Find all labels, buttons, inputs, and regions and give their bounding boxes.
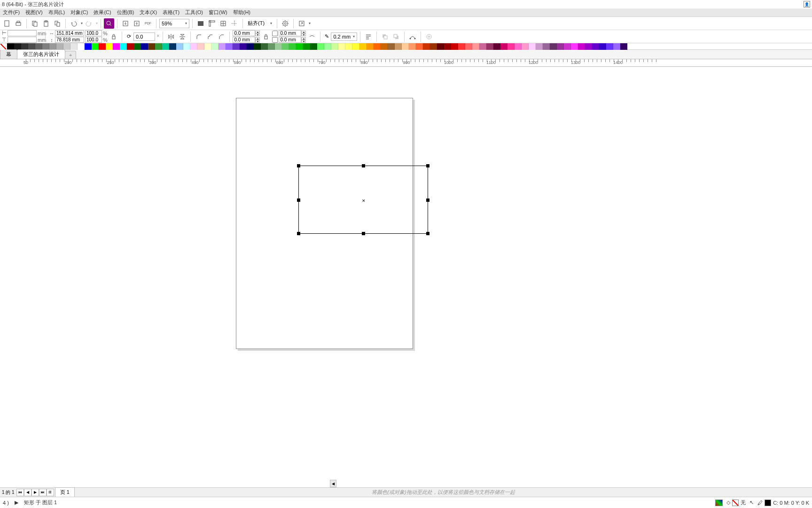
color-swatch[interactable] — [261, 43, 268, 50]
color-swatch[interactable] — [56, 43, 63, 50]
zoom-select[interactable]: 59%▾ — [159, 19, 189, 28]
search-button[interactable] — [104, 18, 114, 29]
corner-tl-input[interactable]: 0.0 mm — [233, 30, 255, 36]
color-swatch[interactable] — [388, 43, 395, 50]
page-last[interactable]: ⏭ — [39, 489, 47, 496]
undo-button[interactable] — [69, 18, 79, 29]
color-swatch[interactable] — [28, 43, 35, 50]
color-swatch[interactable] — [78, 43, 85, 50]
scale-x-input[interactable]: 100.0 — [85, 30, 102, 36]
color-swatch[interactable] — [49, 43, 56, 50]
menu-tool[interactable]: 工具(O) — [182, 9, 206, 16]
color-swatch[interactable] — [197, 43, 204, 50]
color-swatch[interactable] — [226, 43, 233, 50]
handle-e[interactable] — [426, 198, 429, 202]
selected-rectangle[interactable]: ✕ — [298, 166, 428, 234]
color-swatch[interactable] — [113, 43, 120, 50]
color-swatch[interactable] — [416, 43, 423, 50]
page-add[interactable]: ⊞ — [47, 489, 54, 496]
grid-button[interactable] — [218, 18, 228, 29]
color-swatch[interactable] — [444, 43, 451, 50]
color-swatch[interactable] — [211, 43, 219, 50]
color-swatch[interactable] — [190, 43, 197, 50]
color-swatch[interactable] — [550, 43, 557, 50]
color-swatch[interactable] — [99, 43, 106, 50]
mirror-v-button[interactable] — [177, 32, 187, 42]
color-swatch[interactable] — [557, 43, 564, 50]
color-swatch[interactable] — [7, 43, 14, 50]
launch-dropdown[interactable]: ▾ — [309, 21, 311, 25]
color-proof-icon[interactable] — [715, 500, 723, 506]
to-back-button[interactable] — [391, 32, 401, 42]
angle-input[interactable]: 0.0 — [133, 32, 155, 41]
color-swatch[interactable] — [310, 43, 317, 50]
handle-w[interactable] — [297, 198, 300, 202]
user-icon[interactable]: 👤 — [804, 1, 810, 8]
menu-bitmap[interactable]: 位图(B) — [114, 9, 137, 16]
scale-y-input[interactable]: 100.0 — [85, 37, 102, 43]
color-swatch[interactable] — [465, 43, 472, 50]
color-swatch[interactable] — [402, 43, 409, 50]
outline-swatch[interactable] — [765, 500, 771, 506]
menu-object[interactable]: 对象(C) — [68, 9, 91, 16]
doc-tab-1[interactable]: 幕 — [0, 49, 17, 59]
color-swatch[interactable] — [162, 43, 169, 50]
new-button[interactable] — [2, 18, 12, 29]
color-swatch[interactable] — [367, 43, 374, 50]
menu-table[interactable]: 表格(T) — [160, 9, 182, 16]
color-swatch[interactable] — [451, 43, 458, 50]
color-swatch[interactable] — [303, 43, 310, 50]
handle-sw[interactable] — [297, 232, 300, 235]
relative-corner-button[interactable] — [307, 32, 317, 42]
color-swatch[interactable] — [219, 43, 226, 50]
color-swatch[interactable] — [204, 43, 211, 50]
menu-help[interactable]: 帮助(H) — [230, 9, 253, 16]
color-swatch[interactable] — [92, 43, 99, 50]
color-swatch[interactable] — [148, 43, 155, 50]
color-swatch[interactable] — [352, 43, 359, 50]
handle-nw[interactable] — [297, 164, 300, 167]
handle-se[interactable] — [426, 232, 429, 235]
canvas[interactable]: ✕ ◀ — [0, 67, 812, 487]
color-swatch[interactable] — [254, 43, 261, 50]
options-button[interactable] — [280, 18, 290, 29]
color-swatch[interactable] — [127, 43, 134, 50]
color-swatch[interactable] — [578, 43, 585, 50]
snap-label[interactable]: 贴齐(T) — [246, 20, 266, 27]
color-swatch[interactable] — [620, 43, 627, 50]
color-swatch[interactable] — [70, 43, 78, 50]
color-swatch[interactable] — [606, 43, 613, 50]
handle-ne[interactable] — [426, 164, 429, 167]
spin-down[interactable]: ▾ — [255, 33, 260, 36]
color-swatch[interactable] — [183, 43, 190, 50]
corner-lock-button[interactable] — [261, 32, 271, 42]
color-swatch[interactable] — [296, 43, 303, 50]
color-swatch[interactable] — [522, 43, 529, 50]
color-swatch[interactable] — [35, 43, 42, 50]
color-swatch[interactable] — [155, 43, 162, 50]
page-tab-1[interactable]: 页 1 — [55, 487, 75, 497]
menu-effect[interactable]: 效果(C) — [91, 9, 114, 16]
menu-text[interactable]: 文本(X) — [137, 9, 160, 16]
hscroll-left[interactable]: ◀ — [330, 480, 336, 487]
import-button[interactable] — [120, 18, 131, 29]
color-swatch[interactable] — [14, 43, 21, 50]
doc-tab-2[interactable]: 张三的名片设计 — [17, 49, 65, 59]
convert-curve-button[interactable] — [407, 32, 418, 42]
menu-view[interactable]: 视图(V) — [23, 9, 46, 16]
color-swatch[interactable] — [458, 43, 465, 50]
color-swatch[interactable] — [247, 43, 254, 50]
color-swatch[interactable] — [500, 43, 508, 50]
menu-window[interactable]: 窗口(W) — [206, 9, 230, 16]
color-swatch[interactable] — [599, 43, 606, 50]
color-swatch[interactable] — [585, 43, 592, 50]
y-input[interactable] — [8, 37, 37, 43]
rulers-button[interactable] — [207, 18, 217, 29]
launch-button[interactable] — [297, 18, 307, 29]
menu-file[interactable]: 文件(F) — [0, 9, 23, 16]
color-swatch[interactable] — [21, 43, 28, 50]
paste-button[interactable] — [41, 18, 51, 29]
color-swatch[interactable] — [564, 43, 571, 50]
snap-dropdown[interactable]: ▾ — [268, 19, 274, 28]
print-button[interactable] — [13, 18, 23, 29]
